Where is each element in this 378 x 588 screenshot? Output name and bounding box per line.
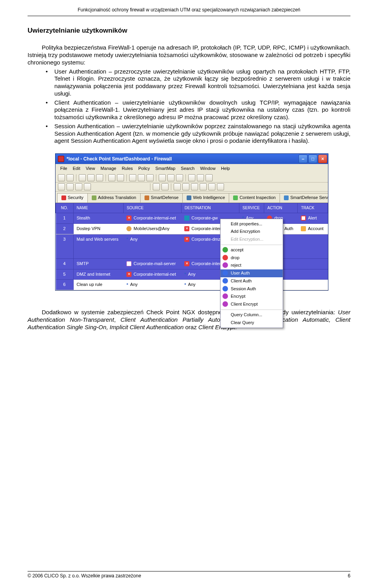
bullet-3: Session Authentication – uwierzytelniani… [46, 123, 350, 145]
tb-delrule-icon[interactable] [117, 174, 124, 181]
footer-copyright: © 2006 CLICO Sp. z o.o. Wszelkie prawa z… [28, 573, 141, 579]
col-source[interactable]: SOURCE [123, 203, 181, 213]
rules-table[interactable]: NO. NAME SOURCE DESTINATION SERVICE ACTI… [56, 203, 328, 291]
col-track[interactable]: TRACK [298, 203, 328, 213]
menu-view[interactable]: View [83, 165, 98, 172]
tb-obj2-icon[interactable] [67, 183, 74, 190]
toolbar-1 [56, 173, 328, 182]
page-header: Funkcjonalność ochrony firewall w urządz… [0, 0, 378, 14]
maximize-button[interactable]: □ [308, 155, 317, 163]
menu-smartmap[interactable]: SmartMap [153, 165, 178, 172]
tb-addrule-icon[interactable] [108, 174, 115, 181]
context-menu-item[interactable]: Session Auth [220, 285, 283, 293]
tab-content[interactable]: Content Inspection [229, 193, 280, 203]
menu-rules[interactable]: Rules [119, 165, 135, 172]
tb-misc6-icon[interactable] [217, 183, 224, 190]
context-menu-item[interactable]: drop [220, 254, 283, 262]
table-row[interactable]: 6Clean up rule* Any* Any* Any dr [56, 280, 328, 290]
tab-security[interactable]: Security [57, 193, 88, 203]
minimize-button[interactable]: – [298, 155, 308, 163]
tb-net-icon[interactable] [188, 174, 195, 181]
tb-misc4-icon[interactable] [200, 183, 207, 190]
menu-window[interactable]: Window [198, 165, 218, 172]
menu-file[interactable]: File [58, 165, 70, 172]
toolbar-2 [56, 182, 328, 192]
menu-search[interactable]: Search [178, 165, 197, 172]
document-body: Uwierzytelnianie użytkowników Polityka b… [0, 16, 378, 331]
paragraph-2: Dodatkowo w systemie zabezpieczeń Check … [28, 309, 350, 331]
context-menu-item[interactable]: reject [220, 262, 283, 269]
col-service[interactable]: SERVICE [239, 203, 264, 213]
tab-nat[interactable]: Address Translation [87, 193, 141, 203]
menu-bar: File Edit View Manage Rules Policy Smart… [56, 164, 328, 173]
tb-db-icon[interactable] [138, 174, 145, 181]
bullet-1: User Authentication – przezroczyste uwie… [46, 68, 350, 98]
tb-group-icon[interactable] [206, 174, 213, 181]
col-dest[interactable]: DESTINATION [181, 203, 239, 213]
menu-help[interactable]: Help [219, 165, 232, 172]
app-icon [58, 156, 64, 162]
close-button[interactable]: × [318, 155, 327, 163]
menu-manage[interactable]: Manage [98, 165, 119, 172]
tb-status-icon[interactable] [167, 174, 174, 181]
page-footer: © 2006 CLICO Sp. z o.o. Wszelkie prawa z… [28, 571, 350, 579]
tb-paste-icon[interactable] [96, 174, 103, 181]
web-icon [187, 195, 191, 200]
tb-obj1-icon[interactable] [58, 183, 65, 190]
footer-page-number: 6 [348, 573, 350, 579]
context-menu-item[interactable]: Edit properties... [220, 220, 283, 228]
bullet-2: Client Authentication – uwierzytelnianie… [46, 99, 350, 121]
tb-pointer-icon[interactable] [153, 183, 160, 190]
context-menu-item: Edit Encryption... [220, 236, 283, 243]
context-menu-item[interactable]: Client Auth [220, 277, 283, 285]
table-row[interactable]: 1Stealth Corporate-internal-net Corporat… [56, 213, 328, 224]
section-heading: Uwierzytelnianie użytkowników [28, 26, 350, 35]
context-menu-item[interactable]: Client Encrypt [220, 300, 283, 308]
context-menu[interactable]: Edit properties...Add EncryptionEdit Enc… [220, 219, 283, 328]
context-menu-item[interactable]: Add Encryption [220, 228, 283, 236]
context-menu-item[interactable]: User Auth [220, 269, 283, 277]
shield-icon [61, 195, 66, 200]
app-window: *local - Check Point SmartDashboard - Fi… [55, 153, 328, 291]
table-row[interactable]: 4SMTP Corporate-mail-server Corporate-in… [56, 258, 328, 269]
col-no[interactable]: NO. [56, 203, 74, 213]
tb-obj3-icon[interactable] [75, 183, 82, 190]
tb-update-icon[interactable] [176, 174, 183, 181]
menu-edit[interactable]: Edit [70, 165, 83, 172]
rules-area: NO. NAME SOURCE DESTINATION SERVICE ACTI… [56, 203, 328, 291]
tb-cut-icon[interactable] [79, 174, 86, 181]
tb-host-icon[interactable] [197, 174, 204, 181]
menu-policy[interactable]: Policy [136, 165, 152, 172]
tb-obj4-icon[interactable] [84, 183, 91, 190]
tb-copy-icon[interactable] [87, 174, 94, 181]
paragraph-1: Polityka bezpieczeństwa FireWall-1 operu… [28, 44, 350, 66]
window-title: *local - Check Point SmartDashboard - Fi… [67, 156, 298, 162]
table-row[interactable]: 2Dostep VPN MobileUsers@Any Corporate-in… [56, 223, 328, 234]
tb-search-icon[interactable] [129, 174, 136, 181]
services-icon [284, 195, 289, 200]
col-name[interactable]: NAME [73, 203, 123, 213]
context-menu-item[interactable]: Clear Query [220, 319, 283, 327]
tb-zoom-icon[interactable] [161, 183, 169, 190]
tb-misc2-icon[interactable] [182, 183, 189, 190]
tab-bar: Security Address Translation SmartDefens… [56, 192, 328, 203]
tb-misc3-icon[interactable] [191, 183, 198, 190]
table-row[interactable]: 3Mail and Web servers* Any Corporate-dmz… [56, 234, 328, 258]
col-action[interactable]: ACTION [264, 203, 297, 213]
nat-icon [92, 195, 96, 200]
tab-webintel[interactable]: Web Intelligence [182, 193, 229, 203]
context-menu-item[interactable]: Encrypt [220, 293, 283, 300]
tb-misc1-icon[interactable] [174, 183, 181, 190]
tb-open-icon[interactable] [58, 174, 65, 181]
table-row[interactable]: 5DMZ and Internet Corporate-internal-net… [56, 269, 328, 280]
tb-misc5-icon[interactable] [208, 183, 215, 190]
tab-smartdefense[interactable]: SmartDefense [140, 193, 183, 203]
tb-log-icon[interactable] [159, 174, 166, 181]
content-icon [233, 195, 238, 200]
context-menu-item[interactable]: Query Column... [220, 311, 283, 319]
tb-save-icon[interactable] [67, 174, 74, 181]
titlebar[interactable]: *local - Check Point SmartDashboard - Fi… [56, 154, 328, 164]
context-menu-item[interactable]: accept [220, 246, 283, 254]
tab-sdservices[interactable]: SmartDefense Services [280, 193, 328, 203]
tb-install-icon[interactable] [146, 174, 154, 181]
